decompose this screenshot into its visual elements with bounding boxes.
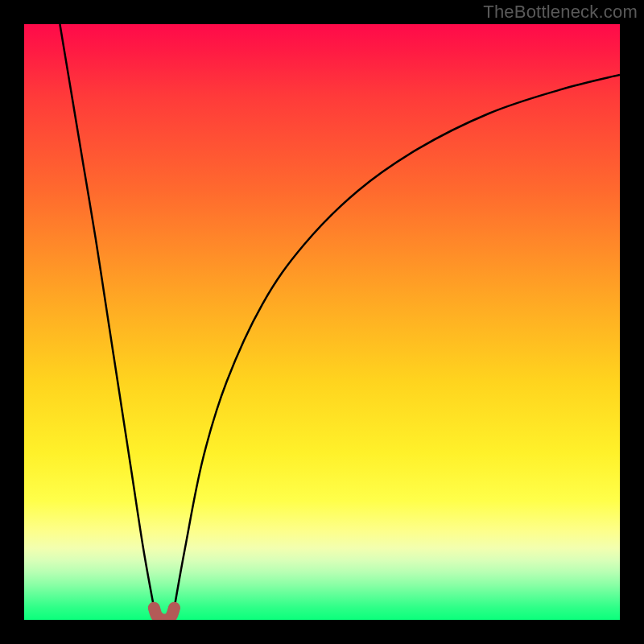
chart-curves xyxy=(60,24,620,620)
plot-area xyxy=(24,24,620,620)
left-branch-curve xyxy=(60,24,154,608)
chart-frame: TheBottleneck.com xyxy=(0,0,644,644)
watermark-link[interactable]: TheBottleneck.com xyxy=(483,2,638,22)
right-branch-curve xyxy=(174,75,620,608)
curve-layer xyxy=(24,24,620,620)
watermark[interactable]: TheBottleneck.com xyxy=(483,2,638,23)
valley-marker xyxy=(154,608,174,620)
